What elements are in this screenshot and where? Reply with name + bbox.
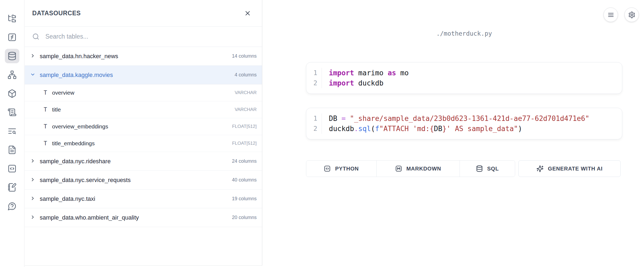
column-name: title [52, 106, 61, 113]
line-number-gutter: 12 [306, 113, 322, 134]
code-cell: 12import marimo as moimport duckdb [306, 62, 622, 94]
code-cell: 12DB = "_share/sample_data/23b0d623-1361… [306, 108, 622, 139]
code-token: import [329, 69, 354, 77]
text-type-icon: T [42, 123, 49, 130]
add-markdown-cell-button[interactable]: MARKDOWN [376, 161, 460, 177]
column-row[interactable]: Toverview_embeddingsFLOAT[512] [25, 118, 262, 135]
text-type-icon: T [42, 140, 49, 147]
search-icon [32, 33, 39, 40]
notebook-filename: ./motherduck.py [306, 30, 622, 37]
generate-with-ai-button[interactable]: GENERATE WITH AI [518, 160, 621, 177]
add-cell-button-group: PYTHONMARKDOWNSQL [306, 160, 515, 177]
table-row[interactable]: sample_data.kaggle.movies4 columns [25, 66, 262, 84]
code-token: }' AS sample_data" [442, 125, 518, 133]
add-python-cell-button[interactable]: PYTHON [306, 161, 376, 177]
column-name: title_embeddings [52, 140, 95, 147]
column-row[interactable]: Ttitle_embeddingsFLOAT[512] [25, 135, 262, 152]
text-type-icon: T [42, 90, 49, 96]
code-token: ( [371, 125, 375, 133]
table-name: sample_data.kaggle.movies [40, 72, 113, 79]
box-icon [8, 89, 17, 98]
markdown-cell-icon [395, 165, 402, 172]
line-number: 2 [314, 78, 317, 88]
code-token: import [329, 79, 354, 87]
column-name: overview [52, 90, 74, 96]
code-token: as [388, 69, 396, 77]
code-token: "_share/sample_data/23b0d623-1361-421d-a… [350, 114, 589, 123]
datasources-panel-header: DATASOURCES [25, 0, 262, 27]
sidebar-code-square-button[interactable] [5, 161, 19, 176]
sidebar-text-search-button[interactable] [5, 124, 19, 138]
line-number: 1 [314, 68, 317, 78]
activity-bar [0, 0, 24, 267]
sidebar-database-button[interactable] [5, 49, 19, 63]
sparkles-icon [536, 165, 544, 172]
sidebar-file-tree-button[interactable] [5, 11, 19, 26]
sidebar-scroll-text-button[interactable] [5, 105, 19, 120]
sidebar-box-button[interactable] [5, 86, 19, 101]
sidebar-file-text-button[interactable] [5, 143, 19, 157]
code-token: = [341, 114, 346, 123]
column-type: FLOAT[512] [232, 141, 257, 146]
text-type-icon: T [42, 106, 49, 113]
table-row[interactable]: sample_data.hn.hacker_news14 columns [25, 47, 262, 66]
code-line: DB = "_share/sample_data/23b0d623-1361-4… [329, 113, 590, 124]
table-name: sample_data.nyc.taxi [40, 195, 95, 202]
sidebar-help-chat-button[interactable] [5, 199, 19, 213]
code-token: f [375, 125, 379, 133]
chevron-right-icon [30, 177, 35, 182]
code-token: DB [434, 125, 442, 133]
table-row[interactable]: sample_data.who.ambient_air_quality20 co… [25, 208, 262, 227]
code-editor[interactable]: DB = "_share/sample_data/23b0d623-1361-4… [322, 113, 598, 134]
column-type: VARCHAR [235, 107, 257, 112]
close-panel-button[interactable] [243, 9, 252, 18]
column-type: FLOAT[512] [232, 124, 257, 129]
line-number: 2 [314, 124, 317, 134]
python-cell-icon [324, 165, 331, 172]
code-token: duckdb [354, 79, 384, 87]
sidebar-function-square-button[interactable] [5, 30, 19, 44]
table-column-count: 20 columns [232, 215, 257, 220]
table-column-count: 19 columns [232, 196, 257, 202]
table-name: sample_data.who.ambient_air_quality [40, 214, 139, 221]
notebook-column: ./motherduck.py 12import marimo as moimp… [306, 0, 622, 177]
column-type: VARCHAR [235, 90, 257, 95]
table-row[interactable]: sample_data.nyc.service_requests40 colum… [25, 171, 262, 190]
code-token: . [354, 125, 358, 133]
chevron-down-icon [30, 72, 35, 77]
text-search-icon [8, 127, 17, 136]
add-cell-button-label: PYTHON [335, 166, 359, 172]
table-row[interactable]: sample_data.nyc.taxi19 columns [25, 190, 262, 208]
search-tables-input[interactable] [45, 33, 254, 40]
sidebar-network-button[interactable] [5, 68, 19, 82]
function-square-icon [8, 33, 17, 42]
table-name: sample_data.nyc.rideshare [40, 158, 111, 165]
generate-with-ai-label: GENERATE WITH AI [548, 166, 603, 172]
code-token: ) [518, 125, 522, 133]
table-column-count: 40 columns [232, 177, 257, 183]
settings-button[interactable] [624, 8, 639, 22]
code-token: duckdb [329, 125, 354, 133]
column-row[interactable]: TtitleVARCHAR [25, 101, 262, 118]
code-line: import duckdb [329, 78, 409, 88]
column-row[interactable]: ToverviewVARCHAR [25, 84, 262, 101]
table-name: sample_data.hn.hacker_news [40, 53, 118, 60]
chevron-right-icon [30, 214, 35, 220]
table-search-row [25, 27, 262, 47]
code-token: sql [358, 125, 371, 133]
code-token: marimo [354, 69, 388, 77]
notebook-area: ./motherduck.py 12import marimo as moimp… [263, 0, 644, 267]
code-editor[interactable]: import marimo as moimport duckdb [322, 68, 417, 88]
table-name: sample_data.nyc.service_requests [40, 177, 131, 184]
add-sql-cell-button[interactable]: SQL [460, 161, 515, 177]
database-icon [476, 165, 483, 172]
table-list: sample_data.hn.hacker_news14 columnssamp… [25, 47, 262, 227]
code-line: import marimo as mo [329, 68, 409, 78]
code-square-icon [8, 164, 17, 173]
scroll-text-icon [8, 108, 17, 117]
table-row[interactable]: sample_data.nyc.rideshare24 columns [25, 152, 262, 171]
network-icon [8, 70, 17, 79]
file-tree-icon [8, 14, 17, 23]
sidebar-notebook-pen-button[interactable] [5, 180, 19, 195]
add-cell-bar: PYTHONMARKDOWNSQL GENERATE WITH AI [306, 160, 622, 177]
